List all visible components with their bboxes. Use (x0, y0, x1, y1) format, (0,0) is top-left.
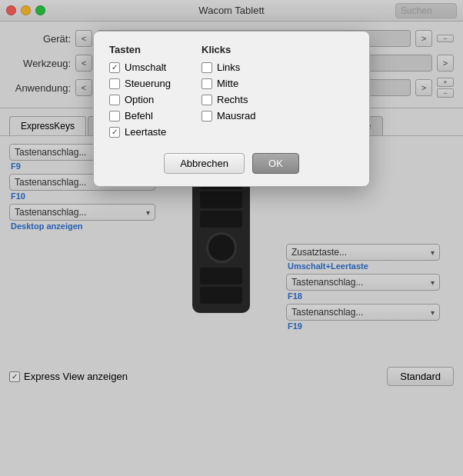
checkbox-links: Links (202, 62, 256, 73)
checkbox-steuerung-box[interactable] (109, 78, 120, 89)
checkbox-leertaste-label: Leertaste (125, 126, 166, 138)
modal-dialog: Tasten Umschalt Steuerung Option Befehl (93, 31, 370, 187)
checkbox-mausrad: Mausrad (202, 110, 256, 121)
checkbox-option: Option (109, 94, 171, 105)
checkbox-steuerung: Steuerung (109, 78, 171, 89)
checkbox-umschalt-box[interactable] (109, 62, 120, 73)
checkbox-leertaste: Leertaste (109, 126, 171, 138)
checkbox-links-label: Links (217, 62, 240, 73)
checkbox-steuerung-label: Steuerung (125, 78, 171, 89)
checkbox-rechts-box[interactable] (202, 95, 212, 105)
checkbox-option-label: Option (125, 94, 154, 105)
checkbox-mausrad-label: Mausrad (217, 110, 256, 121)
cancel-button[interactable]: Abbrechen (164, 153, 245, 174)
modal-col-klicks: Klicks Links Mitte Rechts Mausrad (202, 44, 256, 142)
modal-col-tasten: Tasten Umschalt Steuerung Option Befehl (109, 44, 171, 142)
col1-title: Tasten (109, 44, 171, 55)
checkbox-links-box[interactable] (202, 62, 212, 73)
checkbox-mitte-label: Mitte (217, 78, 238, 89)
checkbox-befehl-box[interactable] (109, 111, 120, 121)
checkbox-befehl: Befehl (109, 110, 171, 121)
modal-overlay: Tasten Umschalt Steuerung Option Befehl (0, 0, 463, 476)
checkbox-leertaste-box[interactable] (109, 127, 120, 138)
checkbox-befehl-label: Befehl (125, 110, 153, 121)
checkbox-umschalt: Umschalt (109, 62, 171, 73)
ok-button[interactable]: OK (252, 153, 299, 174)
modal-buttons: Abbrechen OK (109, 153, 354, 174)
modal-columns: Tasten Umschalt Steuerung Option Befehl (109, 44, 354, 142)
checkbox-mausrad-box[interactable] (202, 111, 212, 121)
checkbox-rechts: Rechts (202, 94, 256, 105)
checkbox-option-box[interactable] (109, 95, 120, 105)
checkbox-mitte: Mitte (202, 78, 256, 89)
checkbox-mitte-box[interactable] (202, 78, 212, 89)
checkbox-rechts-label: Rechts (217, 94, 248, 105)
checkbox-umschalt-label: Umschalt (125, 62, 166, 73)
col2-title: Klicks (202, 44, 256, 55)
